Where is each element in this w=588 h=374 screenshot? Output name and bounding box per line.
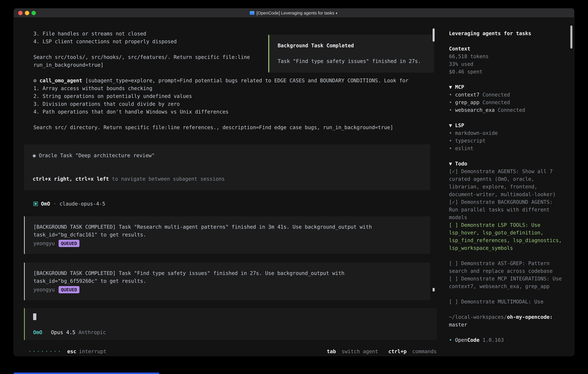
prompt-input[interactable]: OmO Opus 4.5 Anthropic	[24, 308, 437, 340]
terminal-line: Search src/ directory. Return specific f…	[33, 124, 441, 131]
terminal-line: 1. Array access without bounds checking	[33, 84, 441, 92]
queued-badge: QUEUED	[59, 240, 79, 247]
todo-text: Demonstrate AST-GREP: Pattern search and…	[449, 260, 553, 274]
hint-keys: ctrl+x right, ctrl+x left	[33, 176, 109, 182]
bullet-icon: •	[449, 145, 452, 151]
ctrl-p-key-label: commands	[412, 349, 437, 354]
context-section: Context 66,518 tokens 33% used $0.46 spe…	[449, 45, 563, 76]
tool-call-line: ⚙ call_omo_agent [subagent_type=explore,…	[33, 77, 441, 84]
message-author: yeongyu	[33, 239, 55, 247]
todo-section: ▼ Todo [✓] Demonstrate AGENTS: Show all …	[449, 160, 563, 306]
terminal-line: 2. String operations on potentially unde…	[33, 92, 441, 100]
model-provider: Anthropic	[79, 328, 106, 336]
lsp-name: typescript	[455, 138, 485, 144]
todo-checkbox: [ ]	[449, 276, 458, 281]
mcp-item: • websearch_exa Connected	[449, 106, 563, 114]
lsp-name: markdown-oxide	[455, 130, 498, 136]
esc-key-hint: esc	[67, 348, 76, 355]
lsp-item: • markdown-oxide	[449, 129, 563, 137]
hint-text: to navigate between subagent sessions	[109, 176, 225, 182]
window-title-area: [OpenCode] Leveraging agents for tasks ◐	[250, 10, 338, 15]
brand-name-bold: Code	[467, 337, 479, 343]
window-title: [OpenCode] Leveraging agents for tasks ◐	[256, 10, 338, 15]
context-heading: Context	[449, 45, 563, 53]
lsp-heading: LSP	[455, 123, 464, 128]
input-meta: OmO Opus 4.5 Anthropic	[33, 328, 428, 336]
oracle-task-panel: ◉ Oracle Task "Deep architecture review"…	[24, 144, 430, 190]
workspace-branch: master	[449, 321, 563, 329]
todo-text: Demonstrate LSP TOOLS: Use lsp_hover, ls…	[449, 222, 565, 251]
todo-checkbox: [ ]	[449, 222, 458, 228]
terminal-line: 4. Path operations that don't handle Win…	[33, 108, 441, 116]
workspace-dir: ~/local-workspaces/	[449, 314, 507, 320]
queued-badge: QUEUED	[59, 286, 79, 293]
todo-checkbox: [✓]	[449, 168, 458, 174]
mcp-name: websearch_exa	[455, 107, 495, 113]
lsp-name: eslint	[455, 145, 473, 151]
zoom-button[interactable]	[32, 11, 36, 15]
background-window-sliver	[14, 373, 159, 374]
mcp-status: Connected	[483, 100, 510, 105]
session-title: Leveraging agents for tasks	[449, 30, 563, 37]
bullet-icon: •	[449, 100, 452, 105]
window-icon	[250, 11, 254, 15]
esc-key-label: interrupt	[79, 348, 106, 355]
todo-text: Demonstrate BACKGROUND AGENTS: Run paral…	[449, 199, 556, 220]
todo-text: Demonstrate MCP INTEGRATIONS: Use contex…	[449, 276, 565, 289]
todo-checkbox: [ ]	[449, 260, 458, 266]
context-spent: $0.46 spent	[449, 68, 563, 76]
spinner-dots: ········	[28, 348, 62, 355]
main-scrollbar-thumb[interactable]	[433, 28, 435, 42]
oracle-task-icon: ◉	[33, 153, 36, 158]
active-agent: OmO	[33, 328, 42, 336]
ctrl-p-key-hint: ctrl+p	[388, 349, 407, 354]
minimize-button[interactable]	[25, 11, 29, 15]
tool-name: call_omo_agent	[40, 78, 82, 83]
close-button[interactable]	[18, 11, 22, 15]
mcp-name: grep_app	[455, 100, 480, 105]
mcp-status: Connected	[483, 92, 510, 98]
oracle-task-title: Oracle Task "Deep architecture review"	[39, 153, 155, 158]
background-task-message: [BACKGROUND TASK COMPLETED] Task "Find t…	[24, 263, 430, 300]
app-version: • OpenCode 1.0.163	[449, 336, 563, 344]
mcp-section-header[interactable]: ▼ MCP	[449, 83, 563, 91]
todo-item: [✓] Demonstrate BACKGROUND AGENTS: Run p…	[449, 198, 563, 221]
mcp-status: Connected	[498, 107, 525, 113]
bullet-icon: •	[449, 92, 452, 98]
message-line: task_id="bg_6f59260c" to get results.	[33, 277, 421, 285]
text-cursor	[33, 313, 36, 320]
mcp-item: • grep_app Connected	[449, 99, 563, 106]
todo-checkbox: [ ]	[449, 299, 458, 305]
terminal-window: [OpenCode] Leveraging agents for tasks ◐…	[14, 8, 574, 356]
sidebar: Leveraging agents for tasks Context 66,5…	[441, 18, 574, 356]
gear-icon: ⚙	[33, 78, 36, 83]
titlebar[interactable]: [OpenCode] Leveraging agents for tasks ◐	[14, 9, 574, 18]
chevron-down-icon: ▼	[449, 161, 452, 166]
message-line: [BACKGROUND TASK COMPLETED] Task "Resear…	[33, 223, 421, 231]
oracle-navigation-hint: ctrl+x right, ctrl+x left to navigate be…	[33, 175, 421, 183]
lsp-section-header[interactable]: ▼ LSP	[449, 122, 563, 129]
message-author: yeongyu	[33, 286, 55, 294]
workspace-path: ~/local-workspaces/oh-my-opencode: maste…	[449, 313, 563, 329]
message-line: [BACKGROUND TASK COMPLETED] Task "Find t…	[33, 269, 421, 277]
agent-icon	[33, 202, 38, 206]
sidebar-scrollbar-thumb[interactable]	[570, 25, 572, 49]
agent-model: claude-opus-4-5	[60, 200, 105, 208]
background-task-notification: Background Task Completed Task "Find typ…	[268, 35, 434, 73]
bullet-icon: •	[449, 130, 452, 136]
lsp-item: • eslint	[449, 145, 563, 152]
tool-args: [subagent_type=explore, prompt=Find pote…	[82, 78, 409, 83]
todo-heading: Todo	[455, 161, 467, 166]
traffic-lights	[18, 11, 36, 15]
agent-header: OmO · claude-opus-4-5	[33, 200, 441, 208]
bullet-icon: •	[449, 138, 452, 144]
brand-name: Open	[455, 337, 467, 343]
mcp-section: ▼ MCP • context7 Connected • grep_app Co…	[449, 83, 563, 114]
todo-item: [✓] Demonstrate AGENTS: Show all 7 curat…	[449, 168, 563, 198]
lsp-item: • typescript	[449, 137, 563, 145]
todo-item: [ ] Demonstrate MULTIMODAL: Use	[449, 298, 563, 306]
main-scrollbar-marker[interactable]	[433, 288, 435, 291]
background-task-message: [BACKGROUND TASK COMPLETED] Task "Resear…	[24, 216, 430, 254]
message-line: task_id="bg_dcfac161" to get results.	[33, 231, 421, 239]
todo-section-header[interactable]: ▼ Todo	[449, 160, 563, 168]
